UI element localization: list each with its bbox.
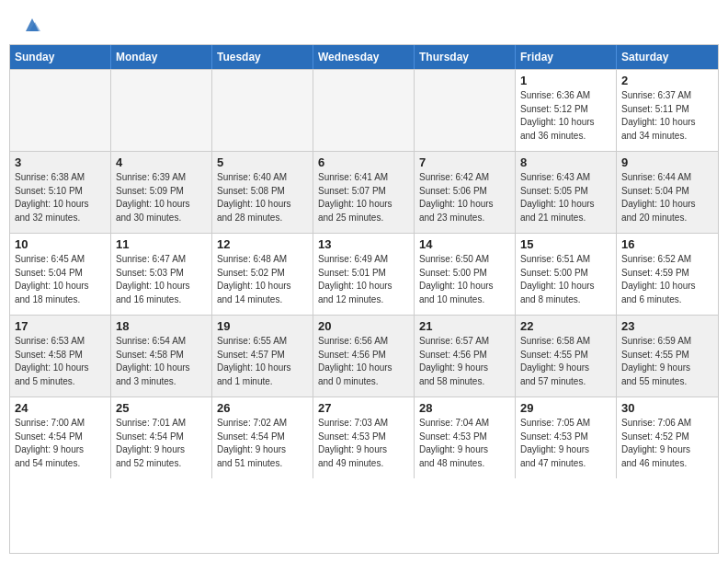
day-info: Sunrise: 6:40 AMSunset: 5:08 PMDaylight:…	[217, 171, 308, 224]
calendar-day-cell: 16Sunrise: 6:52 AMSunset: 4:59 PMDayligh…	[617, 234, 718, 315]
calendar-day-cell: 7Sunrise: 6:42 AMSunset: 5:06 PMDaylight…	[415, 152, 516, 233]
day-info: Sunrise: 6:36 AMSunset: 5:12 PMDaylight:…	[520, 89, 611, 143]
day-info: Sunrise: 7:05 AMSunset: 4:53 PMDaylight:…	[520, 417, 611, 470]
day-info: Sunrise: 7:02 AMSunset: 4:54 PMDaylight:…	[217, 417, 308, 470]
calendar-day-cell: 13Sunrise: 6:49 AMSunset: 5:01 PMDayligh…	[313, 234, 415, 315]
day-info: Sunrise: 6:55 AMSunset: 4:57 PMDaylight:…	[217, 335, 308, 388]
calendar-day-cell: 15Sunrise: 6:51 AMSunset: 5:00 PMDayligh…	[516, 234, 617, 315]
day-number: 28	[419, 401, 510, 415]
day-info: Sunrise: 6:56 AMSunset: 4:56 PMDaylight:…	[318, 335, 409, 388]
day-number: 6	[318, 155, 409, 169]
day-number: 15	[520, 237, 611, 251]
logo	[20, 17, 42, 35]
calendar-day-cell: 19Sunrise: 6:55 AMSunset: 4:57 PMDayligh…	[212, 316, 313, 396]
calendar-day-cell: 8Sunrise: 6:43 AMSunset: 5:05 PMDaylight…	[516, 152, 617, 233]
day-number: 3	[15, 155, 106, 169]
calendar-header-monday: Monday	[111, 45, 212, 69]
day-info: Sunrise: 7:06 AMSunset: 4:52 PMDaylight:…	[621, 417, 713, 470]
day-number: 24	[15, 401, 106, 415]
day-info: Sunrise: 6:49 AMSunset: 5:01 PMDaylight:…	[318, 253, 409, 306]
calendar-week-3: 10Sunrise: 6:45 AMSunset: 5:04 PMDayligh…	[10, 233, 718, 315]
calendar-day-cell: 20Sunrise: 6:56 AMSunset: 4:56 PMDayligh…	[313, 316, 415, 396]
day-number: 1	[520, 74, 611, 87]
day-info: Sunrise: 6:52 AMSunset: 4:59 PMDaylight:…	[621, 253, 713, 306]
day-number: 21	[419, 319, 510, 333]
calendar-day-cell	[10, 70, 111, 151]
calendar-day-cell	[111, 70, 212, 151]
day-info: Sunrise: 6:48 AMSunset: 5:02 PMDaylight:…	[217, 253, 308, 306]
logo-icon	[22, 15, 42, 35]
day-info: Sunrise: 6:38 AMSunset: 5:10 PMDaylight:…	[15, 171, 106, 224]
day-info: Sunrise: 7:00 AMSunset: 4:54 PMDaylight:…	[15, 417, 106, 470]
calendar-week-5: 24Sunrise: 7:00 AMSunset: 4:54 PMDayligh…	[10, 396, 718, 478]
day-info: Sunrise: 6:44 AMSunset: 5:04 PMDaylight:…	[621, 171, 713, 224]
day-info: Sunrise: 6:50 AMSunset: 5:00 PMDaylight:…	[419, 253, 510, 306]
day-info: Sunrise: 6:42 AMSunset: 5:06 PMDaylight:…	[419, 171, 510, 224]
day-number: 13	[318, 237, 409, 251]
calendar-day-cell	[212, 70, 313, 151]
day-number: 18	[116, 319, 207, 333]
calendar-day-cell: 29Sunrise: 7:05 AMSunset: 4:53 PMDayligh…	[516, 397, 617, 478]
day-info: Sunrise: 6:58 AMSunset: 4:55 PMDaylight:…	[520, 335, 611, 388]
calendar-day-cell: 26Sunrise: 7:02 AMSunset: 4:54 PMDayligh…	[212, 397, 313, 478]
day-number: 5	[217, 155, 308, 169]
day-info: Sunrise: 6:53 AMSunset: 4:58 PMDaylight:…	[15, 335, 106, 388]
calendar-day-cell: 3Sunrise: 6:38 AMSunset: 5:10 PMDaylight…	[10, 152, 111, 233]
day-info: Sunrise: 6:47 AMSunset: 5:03 PMDaylight:…	[116, 253, 207, 306]
calendar-week-1: 1Sunrise: 6:36 AMSunset: 5:12 PMDaylight…	[10, 69, 718, 151]
day-number: 7	[419, 155, 510, 169]
calendar-header-wednesday: Wednesday	[313, 45, 415, 69]
day-number: 16	[621, 237, 713, 251]
day-number: 25	[116, 401, 207, 415]
day-info: Sunrise: 6:45 AMSunset: 5:04 PMDaylight:…	[15, 253, 106, 306]
calendar-week-4: 17Sunrise: 6:53 AMSunset: 4:58 PMDayligh…	[10, 315, 718, 396]
day-number: 2	[621, 74, 713, 87]
day-number: 10	[15, 237, 106, 251]
calendar-day-cell: 30Sunrise: 7:06 AMSunset: 4:52 PMDayligh…	[617, 397, 718, 478]
calendar-day-cell: 12Sunrise: 6:48 AMSunset: 5:02 PMDayligh…	[212, 234, 313, 315]
day-info: Sunrise: 6:54 AMSunset: 4:58 PMDaylight:…	[116, 335, 207, 388]
calendar-day-cell: 10Sunrise: 6:45 AMSunset: 5:04 PMDayligh…	[10, 234, 111, 315]
calendar-day-cell: 27Sunrise: 7:03 AMSunset: 4:53 PMDayligh…	[313, 397, 415, 478]
calendar-day-cell: 2Sunrise: 6:37 AMSunset: 5:11 PMDaylight…	[617, 70, 718, 151]
day-number: 11	[116, 237, 207, 251]
day-number: 9	[621, 155, 713, 169]
calendar-header-row: SundayMondayTuesdayWednesdayThursdayFrid…	[10, 45, 718, 69]
day-info: Sunrise: 6:59 AMSunset: 4:55 PMDaylight:…	[621, 335, 713, 388]
calendar-day-cell: 18Sunrise: 6:54 AMSunset: 4:58 PMDayligh…	[111, 316, 212, 396]
calendar-day-cell: 1Sunrise: 6:36 AMSunset: 5:12 PMDaylight…	[516, 70, 617, 151]
calendar-header-saturday: Saturday	[617, 45, 718, 69]
day-number: 12	[217, 237, 308, 251]
day-number: 23	[621, 319, 713, 333]
calendar-day-cell: 28Sunrise: 7:04 AMSunset: 4:53 PMDayligh…	[415, 397, 516, 478]
calendar-week-2: 3Sunrise: 6:38 AMSunset: 5:10 PMDaylight…	[10, 151, 718, 233]
day-number: 20	[318, 319, 409, 333]
day-number: 22	[520, 319, 611, 333]
day-number: 14	[419, 237, 510, 251]
calendar-day-cell: 21Sunrise: 6:57 AMSunset: 4:56 PMDayligh…	[415, 316, 516, 396]
calendar-header-friday: Friday	[516, 45, 617, 69]
calendar: SundayMondayTuesdayWednesdayThursdayFrid…	[9, 44, 719, 554]
day-info: Sunrise: 7:04 AMSunset: 4:53 PMDaylight:…	[419, 417, 510, 470]
calendar-header-sunday: Sunday	[10, 45, 111, 69]
calendar-day-cell	[415, 70, 516, 151]
calendar-day-cell: 14Sunrise: 6:50 AMSunset: 5:00 PMDayligh…	[415, 234, 516, 315]
day-number: 4	[116, 155, 207, 169]
calendar-day-cell	[313, 70, 415, 151]
day-info: Sunrise: 6:43 AMSunset: 5:05 PMDaylight:…	[520, 171, 611, 224]
day-info: Sunrise: 6:41 AMSunset: 5:07 PMDaylight:…	[318, 171, 409, 224]
day-info: Sunrise: 6:37 AMSunset: 5:11 PMDaylight:…	[621, 89, 713, 143]
day-info: Sunrise: 6:39 AMSunset: 5:09 PMDaylight:…	[116, 171, 207, 224]
calendar-day-cell: 9Sunrise: 6:44 AMSunset: 5:04 PMDaylight…	[617, 152, 718, 233]
day-info: Sunrise: 6:51 AMSunset: 5:00 PMDaylight:…	[520, 253, 611, 306]
day-number: 30	[621, 401, 713, 415]
day-number: 17	[15, 319, 106, 333]
calendar-day-cell: 17Sunrise: 6:53 AMSunset: 4:58 PMDayligh…	[10, 316, 111, 396]
day-number: 8	[520, 155, 611, 169]
calendar-day-cell: 22Sunrise: 6:58 AMSunset: 4:55 PMDayligh…	[516, 316, 617, 396]
page: SundayMondayTuesdayWednesdayThursdayFrid…	[0, 0, 728, 563]
day-number: 29	[520, 401, 611, 415]
calendar-day-cell: 24Sunrise: 7:00 AMSunset: 4:54 PMDayligh…	[10, 397, 111, 478]
header	[0, 0, 728, 44]
calendar-day-cell: 4Sunrise: 6:39 AMSunset: 5:09 PMDaylight…	[111, 152, 212, 233]
